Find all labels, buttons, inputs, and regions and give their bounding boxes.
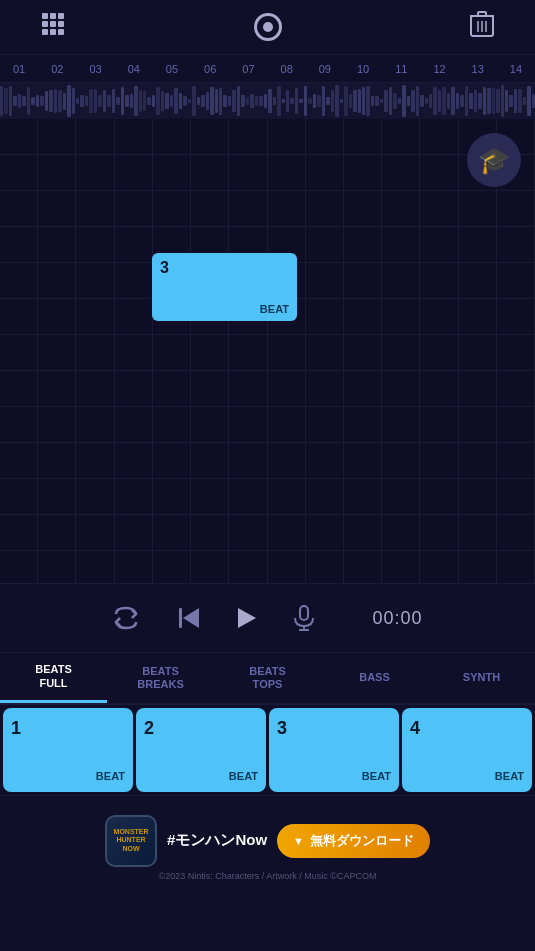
banner-hashtag: #モンハンNow (167, 831, 267, 850)
timeline-num-05: 05 (153, 63, 191, 75)
pad-2[interactable]: 2 BEAT (136, 708, 266, 792)
pad-2-label: BEAT (144, 770, 258, 782)
pad-3[interactable]: 3 BEAT (269, 708, 399, 792)
timeline-num-03: 03 (76, 63, 114, 75)
timeline-num-10: 10 (344, 63, 382, 75)
pad-3-label: BEAT (277, 770, 391, 782)
banner-copyright: ©2023 Nintis: Characters / Artwork / Mus… (0, 871, 535, 881)
pad-1-number: 1 (11, 718, 125, 739)
pad-grid: 1 BEAT 2 BEAT 3 BEAT 4 BEAT (0, 705, 535, 795)
tab-synth[interactable]: SYNTH (428, 653, 535, 703)
timeline: 01 02 03 04 05 06 07 08 09 10 11 12 13 1… (0, 55, 535, 83)
beat-block[interactable]: 3 BEAT (152, 253, 297, 321)
beat-block-number: 3 (160, 259, 289, 277)
record-icon[interactable] (254, 13, 282, 41)
toolbar (0, 0, 535, 55)
timeline-num-04: 04 (115, 63, 153, 75)
banner: MONSTERHUNTERNOW #モンハンNow 無料ダウンロード ©2023… (0, 795, 535, 885)
svg-rect-6 (42, 29, 48, 35)
timeline-num-14: 14 (497, 63, 535, 75)
tab-bass[interactable]: BASS (321, 653, 428, 703)
play-button[interactable] (238, 608, 256, 628)
svg-rect-0 (42, 13, 48, 19)
tab-beats-breaks[interactable]: BEATSBREAKS (107, 653, 214, 703)
timeline-num-08: 08 (268, 63, 306, 75)
timeline-num-12: 12 (420, 63, 458, 75)
timeline-num-11: 11 (382, 63, 420, 75)
tutorial-button[interactable]: 🎓 (467, 133, 521, 187)
svg-rect-3 (42, 21, 48, 27)
timeline-num-01: 01 (0, 63, 38, 75)
transport-time: 00:00 (372, 608, 422, 629)
tab-beats-tops[interactable]: BEATSTOPS (214, 653, 321, 703)
grid-icon[interactable] (40, 11, 66, 43)
pad-4-number: 4 (410, 718, 524, 739)
svg-rect-8 (58, 29, 64, 35)
delete-icon[interactable] (469, 10, 495, 44)
download-button[interactable]: 無料ダウンロード (277, 824, 430, 858)
timeline-num-09: 09 (306, 63, 344, 75)
play-triangle-icon (238, 608, 256, 628)
svg-rect-11 (478, 12, 486, 16)
grid-area: 3 BEAT 🎓 (0, 83, 535, 583)
timeline-num-07: 07 (229, 63, 267, 75)
pad-1-label: BEAT (11, 770, 125, 782)
svg-rect-2 (58, 13, 64, 19)
timeline-num-02: 02 (38, 63, 76, 75)
loop-button[interactable] (112, 604, 140, 632)
svg-rect-4 (50, 21, 56, 27)
pad-1[interactable]: 1 BEAT (3, 708, 133, 792)
pad-4[interactable]: 4 BEAT (402, 708, 532, 792)
microphone-button[interactable] (291, 604, 317, 632)
timeline-num-13: 13 (459, 63, 497, 75)
timeline-num-06: 06 (191, 63, 229, 75)
monster-hunter-logo: MONSTERHUNTERNOW (105, 815, 157, 867)
svg-rect-5 (58, 21, 64, 27)
pad-2-number: 2 (144, 718, 258, 739)
tab-beats-full[interactable]: BEATSFULL (0, 653, 107, 703)
svg-rect-1 (50, 13, 56, 19)
tab-bar: BEATSFULL BEATSBREAKS BEATSTOPS BASS SYN… (0, 653, 535, 705)
grid-lines (0, 119, 535, 583)
svg-rect-16 (179, 608, 182, 628)
skip-back-button[interactable] (175, 604, 203, 632)
svg-marker-17 (183, 608, 199, 628)
beat-block-label: BEAT (160, 303, 289, 315)
svg-rect-7 (50, 29, 56, 35)
waveform-bar (0, 83, 535, 119)
graduation-cap-icon: 🎓 (478, 145, 510, 176)
pad-3-number: 3 (277, 718, 391, 739)
svg-rect-18 (300, 606, 308, 620)
pad-4-label: BEAT (410, 770, 524, 782)
transport-controls: 00:00 (0, 583, 535, 653)
